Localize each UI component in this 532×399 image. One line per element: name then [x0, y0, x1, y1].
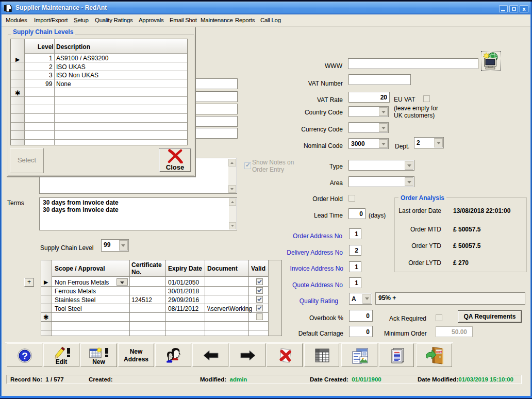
svg-text:EXIT: EXIT [436, 351, 442, 354]
svg-text:?: ? [22, 351, 28, 361]
